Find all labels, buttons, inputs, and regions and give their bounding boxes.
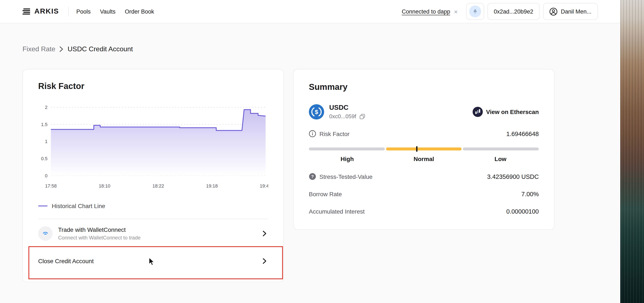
cards-row: Risk Factor: [22, 69, 598, 282]
borrow-rate-label: Borrow Rate: [309, 191, 342, 198]
connected-status: Connected to dapp ×: [402, 8, 458, 15]
risk-factor-row: Risk Factor 1.69466648: [309, 130, 539, 137]
risk-factor-value: 1.69466648: [506, 130, 539, 137]
nav-link-pools[interactable]: Pools: [76, 8, 91, 15]
accumulated-interest-value: 0.00000100: [506, 208, 539, 215]
x-tick: 18:10: [99, 183, 110, 189]
nav-link-vaults[interactable]: Vaults: [100, 8, 116, 15]
y-tick: 0.5: [41, 156, 47, 161]
wallet-address-button[interactable]: 0x2ad...20b9e2: [488, 3, 540, 20]
view-on-etherscan-link[interactable]: View on Etherscan: [472, 107, 539, 117]
info-icon[interactable]: [309, 130, 316, 137]
risk-gauge: High Normal Low: [309, 147, 539, 162]
brand-name: ARKIS: [34, 7, 59, 16]
gauge-labels: High Normal Low: [309, 156, 539, 162]
arkis-logo-icon: [22, 8, 31, 15]
x-tick: 19:43: [260, 183, 268, 189]
summary-card-title: Summary: [309, 82, 539, 92]
legend-label: Historical Chart Line: [52, 203, 105, 209]
app-area: ARKIS Pools Vaults Order Book Connected …: [0, 0, 620, 303]
gauge-segment-normal: [386, 147, 462, 150]
y-tick: 0: [45, 173, 48, 178]
risk-factor-label-wrap: Risk Factor: [309, 130, 350, 137]
x-tick: 17:58: [45, 183, 57, 189]
nav-links: Pools Vaults Order Book: [76, 8, 154, 15]
risk-card-title: Risk Factor: [38, 81, 268, 91]
connected-to-dapp-link[interactable]: Connected to dapp: [402, 8, 450, 15]
ethereum-icon: [469, 5, 481, 17]
breadcrumb-fixed-rate[interactable]: Fixed Rate: [22, 45, 55, 53]
nav-right: Connected to dapp × 0x2ad...20b9e2: [402, 3, 598, 20]
asset-address-line: 0xc0...059f: [329, 113, 365, 119]
x-tick: 18:22: [152, 183, 164, 189]
accumulated-interest-label: Accumulated Interest: [309, 208, 365, 215]
gauge-marker: [416, 146, 417, 152]
gauge-label-high: High: [309, 156, 386, 162]
app-root: ARKIS Pools Vaults Order Book Connected …: [0, 0, 644, 303]
asset-symbol: USDC: [329, 104, 365, 111]
gauge-label-normal: Normal: [386, 156, 462, 162]
close-credit-account-section: Close Credit Account: [38, 248, 268, 279]
network-button[interactable]: [466, 3, 484, 20]
risk-chart-wrap: 2 1.5 1 0.5 0 17:58 18:10 18:22 19:18 19…: [38, 104, 268, 191]
risk-factor-card: Risk Factor: [22, 69, 284, 282]
breadcrumb: Fixed Rate USDC Credit Account: [22, 45, 598, 53]
profile-button[interactable]: Danil Men...: [543, 3, 598, 20]
chart-line: [51, 110, 266, 130]
risk-chart: 2 1.5 1 0.5 0 17:58 18:10 18:22 19:18 19…: [38, 104, 268, 191]
question-icon[interactable]: ?: [309, 173, 316, 180]
chart-legend: Historical Chart Line: [38, 203, 268, 209]
stress-label-wrap: ? Stress-Tested-Value: [309, 173, 372, 180]
wallet-address-label: 0x2ad...20b9e2: [494, 8, 533, 15]
close-credit-account-row[interactable]: Close Credit Account: [38, 257, 268, 265]
gauge-label-low: Low: [462, 156, 539, 162]
etherscan-icon: [472, 107, 483, 117]
chevron-right-icon: [60, 46, 64, 52]
nav-divider: [68, 7, 69, 16]
chevron-right-icon[interactable]: [260, 257, 268, 265]
trade-row-title: Trade with WalletConnect: [58, 226, 141, 233]
summary-card: Summary $ USDC 0xc0...059f: [293, 69, 554, 230]
y-tick: 1.5: [41, 122, 47, 127]
stress-value: 3.42356900 USDC: [487, 173, 539, 180]
borrow-rate-value: 7.00%: [522, 191, 539, 198]
y-tick: 1: [45, 139, 48, 144]
svg-text:?: ?: [311, 174, 314, 179]
walletconnect-icon: [38, 226, 52, 241]
x-tick: 19:18: [206, 183, 218, 189]
navbar: ARKIS Pools Vaults Order Book Connected …: [0, 0, 620, 23]
asset-texts: USDC 0xc0...059f: [329, 104, 365, 119]
trade-row-subtitle: Connect with WalletConnect to trade: [58, 235, 141, 241]
legend-line-swatch: [38, 206, 48, 207]
close-row-title: Close Credit Account: [38, 258, 94, 265]
chevron-right-icon[interactable]: [260, 230, 268, 237]
gauge-segment-high: [309, 147, 384, 150]
risk-factor-label: Risk Factor: [320, 130, 350, 137]
background-photo-strip: [620, 0, 644, 303]
chart-area-fill: [51, 110, 266, 175]
avatar-icon: [550, 7, 558, 15]
borrow-rate-row: Borrow Rate 7.00%: [309, 191, 539, 198]
breadcrumb-current: USDC Credit Account: [68, 45, 133, 53]
etherscan-label: View on Etherscan: [486, 108, 539, 115]
svg-text:$: $: [315, 108, 318, 115]
page-content: Fixed Rate USDC Credit Account Risk Fact…: [0, 45, 620, 282]
asset-row: $ USDC 0xc0...059f: [309, 104, 539, 119]
nav-link-order-book[interactable]: Order Book: [125, 8, 154, 15]
asset-address: 0xc0...059f: [329, 113, 356, 119]
brand[interactable]: ARKIS: [22, 7, 59, 16]
stress-tested-value-row: ? Stress-Tested-Value 3.42356900 USDC: [309, 173, 539, 180]
stress-label: Stress-Tested-Value: [320, 173, 372, 180]
y-tick: 2: [45, 105, 48, 110]
profile-name-label: Danil Men...: [561, 8, 592, 15]
trade-walletconnect-row[interactable]: Trade with WalletConnect Connect with Wa…: [38, 219, 268, 248]
dismiss-connection-icon[interactable]: ×: [454, 8, 458, 15]
gauge-segment-low: [463, 147, 539, 150]
copy-icon[interactable]: [359, 113, 365, 119]
gauge-bars: [309, 147, 539, 150]
trade-row-texts: Trade with WalletConnect Connect with Wa…: [58, 226, 141, 241]
usdc-logo-icon: $: [309, 104, 324, 119]
accumulated-interest-row: Accumulated Interest 0.00000100: [309, 208, 539, 215]
